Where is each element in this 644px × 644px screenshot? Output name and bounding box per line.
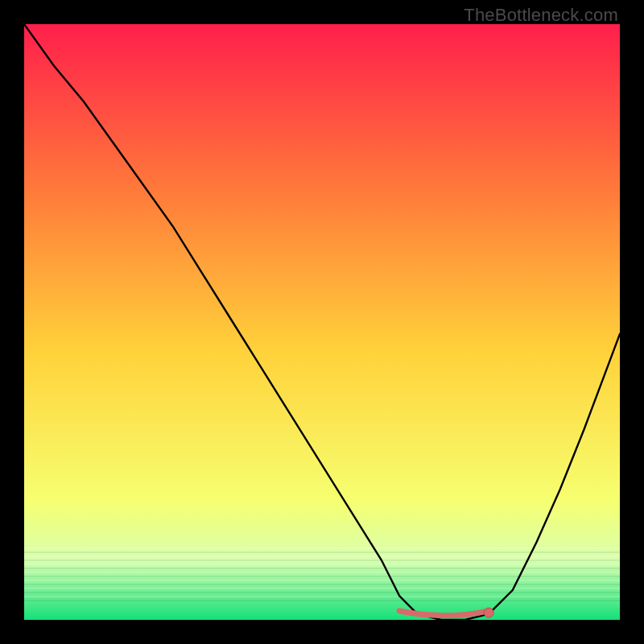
watermark-text: TheBottleneck.com xyxy=(464,5,618,26)
curve-overlay xyxy=(24,24,620,620)
optimal-region-marker xyxy=(399,611,489,616)
bottleneck-curve xyxy=(24,24,620,620)
end-marker-dot xyxy=(484,608,493,617)
chart-frame: TheBottleneck.com xyxy=(0,0,644,644)
plot-area xyxy=(24,24,620,620)
